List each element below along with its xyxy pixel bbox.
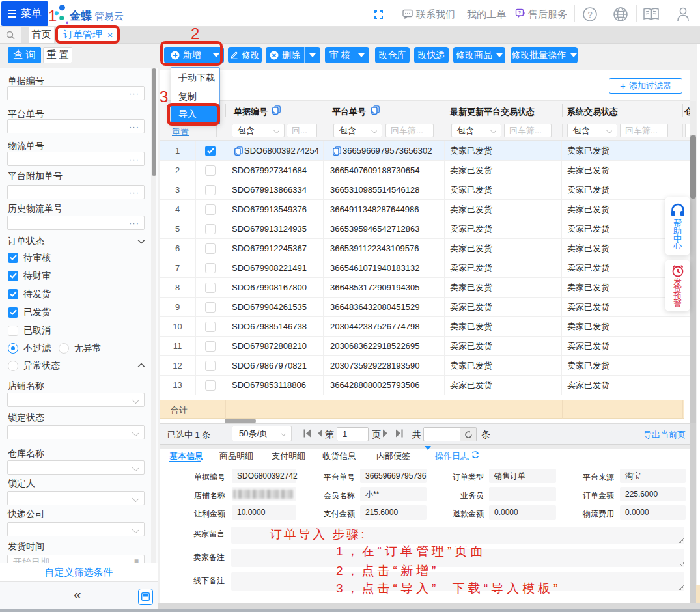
svg-text:?: ?	[518, 10, 522, 16]
svg-text:?: ?	[587, 10, 592, 20]
